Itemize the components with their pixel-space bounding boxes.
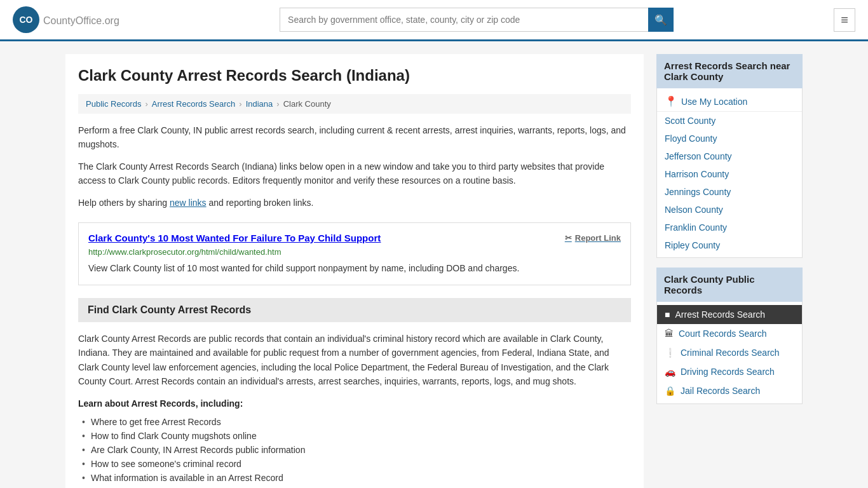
report-link[interactable]: ✂ Report Link: [565, 233, 621, 243]
list-item: Scott County: [657, 112, 802, 130]
scott-county-link[interactable]: Scott County: [665, 116, 715, 126]
list-item: Jennings County: [657, 183, 802, 201]
nearby-section-header: Arrest Records Search near Clark County: [656, 54, 803, 88]
breadcrumb-public-records[interactable]: Public Records: [86, 99, 141, 109]
jennings-county-link[interactable]: Jennings County: [665, 187, 731, 197]
header-right: ≡: [834, 8, 855, 32]
list-item: Jefferson County: [657, 147, 802, 165]
list-item: Nelson County: [657, 201, 802, 219]
search-icon: 🔍: [654, 14, 667, 26]
location-pin-icon: 📍: [665, 95, 677, 107]
pr-icon: 🏛: [665, 329, 674, 339]
list-item: What information is available in an Arre…: [78, 471, 631, 485]
franklin-county-link[interactable]: Franklin County: [665, 222, 727, 233]
list-item: Are Clark County, IN Arrest Records publ…: [78, 443, 631, 457]
find-section-header: Find Clark County Arrest Records: [78, 298, 631, 322]
breadcrumb-sep-2: ›: [239, 99, 241, 109]
public-records-header: Clark County Public Records: [656, 268, 803, 302]
pr-list-item-link[interactable]: Jail Records Search: [681, 386, 760, 396]
description-2: The Clark County Arrest Records Search (…: [78, 159, 631, 188]
pr-list-item: ❕Criminal Records Search: [657, 343, 802, 362]
site-header: CO CountyOffice.org 🔍 ≡: [0, 0, 868, 41]
nelson-county-link[interactable]: Nelson County: [665, 205, 723, 215]
record-link-url: http://www.clarkprosecutor.org/html/chil…: [88, 247, 621, 257]
pr-list-item: 🚗Driving Records Search: [657, 362, 802, 381]
pr-list-item: ■Arrest Records Search: [657, 305, 802, 324]
pr-icon: 🚗: [665, 367, 675, 377]
content-area: Clark County Arrest Records Search (Indi…: [65, 54, 644, 488]
logo-text: CountyOffice.org: [43, 13, 119, 27]
page-title: Clark County Arrest Records Search (Indi…: [78, 67, 631, 85]
harrison-county-link[interactable]: Harrison County: [665, 169, 729, 179]
list-item: Franklin County: [657, 219, 802, 236]
nearby-counties-list: 📍 Use My Location Scott County Floyd Cou…: [656, 88, 803, 258]
svg-text:CO: CO: [20, 15, 33, 25]
breadcrumb-indiana[interactable]: Indiana: [246, 99, 273, 109]
main-container: Clark County Arrest Records Search (Indi…: [53, 41, 815, 488]
search-area: 🔍: [280, 8, 674, 32]
floyd-county-link[interactable]: Floyd County: [665, 133, 717, 144]
use-location-item: 📍 Use My Location: [657, 92, 802, 112]
breadcrumb-clark-county: Clark County: [283, 99, 331, 109]
learn-about-label: Learn about Arrest Records, including:: [78, 398, 631, 409]
record-link-title-link[interactable]: Clark County's 10 Most Wanted For Failur…: [88, 233, 381, 243]
scissors-icon: ✂: [565, 233, 572, 243]
breadcrumb-arrest-records[interactable]: Arrest Records Search: [152, 99, 236, 109]
pr-icon: 🔒: [665, 386, 675, 396]
breadcrumb-sep-1: ›: [145, 99, 147, 109]
public-records-list: ■Arrest Records Search🏛Court Records Sea…: [656, 302, 803, 404]
jefferson-county-link[interactable]: Jefferson County: [665, 151, 732, 161]
breadcrumb-sep-3: ›: [276, 99, 279, 109]
pr-icon: ❕: [665, 348, 675, 358]
pr-list-item-link[interactable]: Criminal Records Search: [681, 348, 780, 358]
pr-list-item: 🔒Jail Records Search: [657, 381, 802, 400]
pr-list-item: 🏛Court Records Search: [657, 324, 802, 343]
hamburger-button[interactable]: ≡: [834, 8, 855, 32]
sidebar: Arrest Records Search near Clark County …: [656, 54, 803, 488]
pr-list-item-link[interactable]: Driving Records Search: [681, 367, 775, 377]
pr-list-item-link[interactable]: Arrest Records Search: [675, 309, 765, 320]
search-button[interactable]: 🔍: [648, 8, 674, 32]
record-link-title-row: Clark County's 10 Most Wanted For Failur…: [88, 233, 621, 243]
description-1: Perform a free Clark County, IN public a…: [78, 123, 631, 152]
use-location-link[interactable]: Use My Location: [681, 97, 747, 107]
list-item: How to see someone's criminal record: [78, 457, 631, 471]
list-item: How to find Clark County mugshots online: [78, 429, 631, 443]
list-item: Where to get free Arrest Records: [78, 415, 631, 429]
find-section-desc: Clark County Arrest Records are public r…: [78, 332, 631, 389]
ripley-county-link[interactable]: Ripley County: [665, 240, 720, 250]
record-link-card: Clark County's 10 Most Wanted For Failur…: [78, 222, 631, 285]
list-item: Harrison County: [657, 165, 802, 183]
new-links-link[interactable]: new links: [170, 198, 207, 208]
public-records-section: Clark County Public Records ■Arrest Reco…: [656, 268, 803, 404]
nearby-section: Arrest Records Search near Clark County …: [656, 54, 803, 258]
logo-area: CO CountyOffice.org: [13, 6, 119, 33]
list-item: Ripley County: [657, 236, 802, 254]
description-3: Help others by sharing new links and rep…: [78, 196, 631, 210]
pr-icon: ■: [665, 309, 670, 320]
logo-icon: CO: [13, 6, 39, 33]
learn-list: Where to get free Arrest RecordsHow to f…: [78, 415, 631, 485]
pr-list-item-link[interactable]: Court Records Search: [679, 329, 767, 339]
record-link-desc: View Clark County list of 10 most wanted…: [88, 262, 621, 275]
search-input[interactable]: [280, 8, 648, 32]
list-item: Floyd County: [657, 130, 802, 147]
breadcrumb: Public Records › Arrest Records Search ›…: [78, 94, 631, 114]
